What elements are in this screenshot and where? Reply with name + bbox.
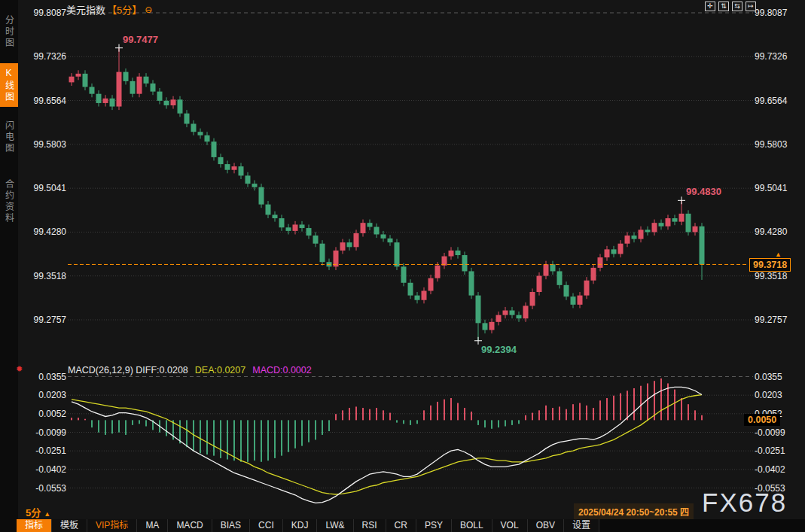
chart-controls: ✛ ⇅ ⇆ ↦ [705, 2, 756, 11]
chart-canvas[interactable]: 99.747799.483099.2394 [0, 0, 805, 532]
svg-text:99.2394: 99.2394 [481, 344, 517, 355]
chevron-up-icon: ▲ [44, 510, 50, 518]
period-tag: 【5分】 [107, 2, 142, 17]
toolbar-item-15[interactable]: OBV [528, 519, 564, 532]
x-axis-scale-icon[interactable]: ⇆ [732, 2, 742, 11]
indicator-dot-icon[interactable]: ✹ [16, 364, 23, 374]
macd-diff-label: MACD(26,12,9) DIFF:0.0208 [68, 365, 188, 375]
toolbar-item-7[interactable]: CCI [250, 519, 283, 532]
macd-header: MACD(26,12,9) DIFF:0.0208 DEA:0.0207 MAC… [68, 365, 312, 375]
toolbar-item-16[interactable]: 设置 [564, 519, 599, 532]
toolbar-item-5[interactable]: MACD [168, 519, 212, 532]
indicator-toolbar: 指标模板VIP指标MAMACDBIASCCIKDJLW&RSICRPSYBOLL… [17, 519, 805, 532]
toolbar-item-10[interactable]: RSI [354, 519, 386, 532]
fx678-watermark: FX678 [702, 488, 787, 518]
y-axis-scale-icon[interactable]: ⇅ [718, 2, 729, 11]
macd-dea-label: DEA:0.0207 [195, 365, 245, 375]
period-selector[interactable]: 5分▲ [26, 505, 50, 519]
symbol-title: 美元指数 [66, 2, 105, 17]
toolbar-item-11[interactable]: CR [386, 519, 416, 532]
toolbar-item-1[interactable]: 指标 [17, 519, 52, 532]
toolbar-item-3[interactable]: VIP指标 [87, 519, 137, 532]
last-price-tag: 99.3718 [749, 258, 791, 272]
chart-header: 美元指数 【5分】 ⊖ [66, 2, 152, 17]
period-selector-label: 5分 [26, 507, 41, 518]
macd-value-label: MACD:0.0002 [252, 365, 312, 375]
toolbar-item-9[interactable]: LW& [317, 519, 353, 532]
macd-current-tag: 0.0050 [744, 414, 780, 426]
collapse-panel-icon[interactable]: ⊖ [145, 5, 152, 15]
toolbar-item-6[interactable]: BIAS [212, 519, 250, 532]
toolbar-item-13[interactable]: BOLL [452, 519, 492, 532]
toolbar-item-2[interactable]: 模板 [52, 519, 87, 532]
svg-text:99.7477: 99.7477 [123, 34, 158, 45]
trading-app-window: 分时图 K线图 闪电图 合约资料 99.747799.483099.2394 9… [0, 0, 805, 532]
svg-text:99.4830: 99.4830 [686, 186, 721, 197]
export-icon[interactable]: ↦ [746, 2, 756, 11]
toolbar-item-12[interactable]: PSY [416, 519, 452, 532]
toolbar-item-14[interactable]: VOL [492, 519, 528, 532]
toolbar-item-4[interactable]: MA [137, 519, 168, 532]
price-up-arrow-icon: ▲ [775, 251, 782, 258]
candle-datetime-label: 2025/04/24 20:50~20:55 四 [574, 503, 694, 519]
toolbar-item-8[interactable]: KDJ [283, 519, 318, 532]
pan-icon[interactable]: ✛ [705, 2, 715, 11]
